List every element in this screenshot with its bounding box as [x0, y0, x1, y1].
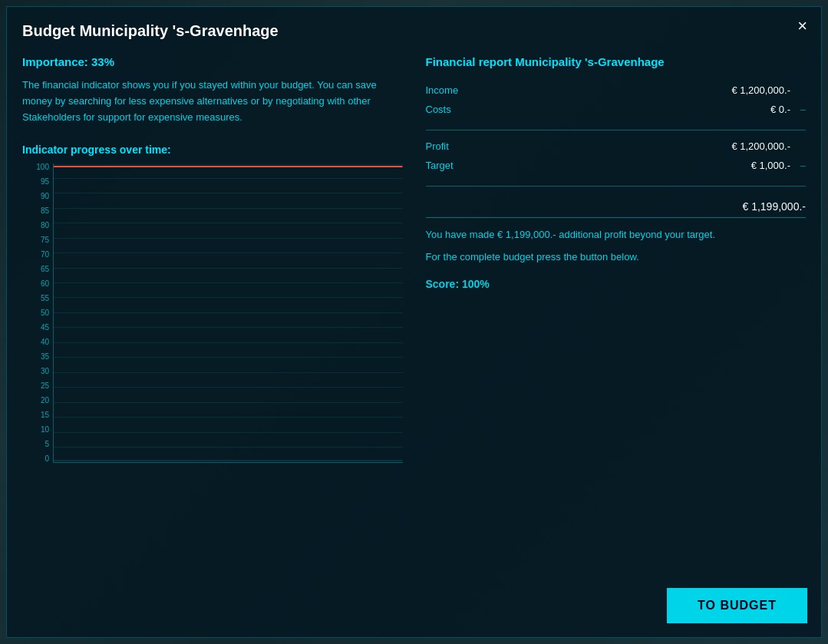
y-label-60: 60 [22, 280, 53, 288]
income-row: Income € 1,200,000.- [426, 81, 807, 100]
financial-table-income-costs: Income € 1,200,000.- Costs € 0.- – [426, 81, 807, 119]
y-label-20: 20 [22, 397, 53, 405]
y-label-85: 85 [22, 207, 53, 215]
to-budget-button[interactable]: TO BUDGET [667, 588, 807, 623]
y-label-55: 55 [22, 295, 53, 302]
modal-container: Budget Municipality 's-Gravenhage × Impo… [6, 6, 822, 638]
score-label: Score: 100% [426, 278, 807, 290]
chart-container: 0 5 10 15 20 25 30 35 40 45 50 55 60 65 … [22, 163, 403, 486]
close-button[interactable]: × [797, 18, 807, 35]
y-label-15: 15 [22, 411, 53, 419]
target-value: € 1,000.- [543, 156, 790, 175]
y-label-40: 40 [22, 339, 53, 346]
y-label-100: 100 [22, 163, 53, 171]
divider-1 [426, 130, 807, 130]
income-value: € 1,200,000.- [556, 81, 791, 100]
importance-label: Importance: 33% [22, 55, 403, 68]
divider-2 [426, 186, 807, 187]
costs-indicator: – [790, 100, 806, 119]
y-axis: 0 5 10 15 20 25 30 35 40 45 50 55 60 65 … [22, 163, 53, 463]
content-grid: Importance: 33% The financial indicator … [22, 55, 806, 609]
income-label: Income [426, 81, 556, 100]
profit-indicator [790, 137, 806, 156]
costs-value: € 0.- [556, 100, 791, 119]
result-divider [426, 217, 807, 218]
y-label-45: 45 [22, 324, 53, 332]
y-label-95: 95 [22, 178, 53, 186]
y-label-35: 35 [22, 353, 53, 361]
profit-row: Profit € 1,200,000.- [426, 137, 807, 156]
profit-value: € 1,200,000.- [543, 137, 790, 156]
costs-label: Costs [426, 100, 556, 119]
y-label-90: 90 [22, 193, 53, 200]
target-indicator: – [790, 156, 806, 175]
income-indicator [790, 81, 806, 100]
x-axis: 00:02 00:10 00:18 00:26 00:34 00:42 00:5… [53, 463, 403, 486]
chart-area [53, 163, 403, 463]
y-label-0: 0 [22, 455, 53, 463]
y-label-10: 10 [22, 426, 53, 434]
profit-label: Profit [426, 137, 543, 156]
description-text: The financial indicator shows you if you… [22, 78, 403, 125]
y-label-70: 70 [22, 251, 53, 259]
result-amount: € 1,199,000.- [426, 193, 807, 217]
y-label-30: 30 [22, 368, 53, 375]
chart-title: Indicator progress over time: [22, 144, 403, 156]
info-text-2: For the complete budget press the button… [426, 249, 807, 266]
chart-svg [54, 163, 403, 462]
y-label-5: 5 [22, 441, 53, 448]
financial-table-profit-target: Profit € 1,200,000.- Target € 1,000.- – [426, 137, 807, 175]
y-label-80: 80 [22, 222, 53, 230]
target-row: Target € 1,000.- – [426, 156, 807, 175]
financial-report-title: Financial report Municipality 's-Gravenh… [426, 55, 807, 68]
y-label-50: 50 [22, 309, 53, 317]
y-label-25: 25 [22, 382, 53, 390]
y-label-65: 65 [22, 266, 53, 273]
right-panel: Financial report Municipality 's-Gravenh… [426, 55, 807, 609]
info-text-1: You have made € 1,199,000.- additional p… [426, 227, 807, 243]
costs-row: Costs € 0.- – [426, 100, 807, 119]
left-panel: Importance: 33% The financial indicator … [22, 55, 403, 609]
target-label: Target [426, 156, 543, 175]
y-label-75: 75 [22, 236, 53, 244]
modal-title: Budget Municipality 's-Gravenhage [22, 22, 806, 40]
